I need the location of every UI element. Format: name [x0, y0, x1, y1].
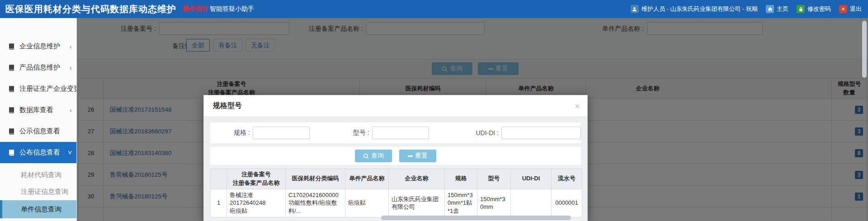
- vertical-scrollbar-thumb[interactable]: [862, 21, 867, 78]
- col-udi-di: UDI-DI: [511, 169, 552, 189]
- logout-x-icon: ✕: [839, 5, 847, 13]
- dialog-reset-button[interactable]: 重置: [399, 150, 436, 162]
- udi-di-label: UDI-DI :: [447, 129, 499, 136]
- chevron-left-icon: ‹: [70, 42, 72, 50]
- minus-icon: [408, 155, 413, 157]
- dialog-title: 规格型号: [213, 101, 242, 111]
- lock-icon: [797, 5, 805, 13]
- dialog-header: 规格型号 ×: [204, 95, 587, 117]
- app-title: 医保医用耗材分类与代码数据库动态维护: [5, 3, 176, 15]
- book-icon: [8, 86, 15, 92]
- book-icon: [8, 128, 15, 135]
- sidebar-item-label: 公布信息查看: [19, 148, 60, 157]
- col-spec: 规格: [445, 169, 477, 189]
- user-info-text: 维护人员 - 山东朱氏药业集团有限公司 - 祝顺: [642, 5, 758, 13]
- chevron-left-icon: ‹: [70, 106, 72, 114]
- company-name-cell: 山东朱氏药业集团有限公司: [389, 189, 445, 217]
- sidebar-item-published-info-view[interactable]: 公布信息查看 ˅: [0, 142, 76, 163]
- top-header-bar: 医保医用耗材分类与代码数据库动态维护 操作指引 智能答疑小助手 维护人员 - 山…: [0, 0, 868, 18]
- logout-button[interactable]: ✕ 退出: [839, 5, 862, 13]
- spec-input[interactable]: [253, 127, 310, 139]
- submenu-item-registration-info-query[interactable]: 注册证信息查询: [0, 183, 76, 200]
- dialog-search-form: 规格 : 型号 : UDI-DI :: [210, 122, 581, 143]
- book-icon: [8, 107, 15, 113]
- class-code-desc: 功能性敷料/疤痕敷料/...: [288, 199, 342, 215]
- submenu-item-single-item-query[interactable]: 单件信息查询: [0, 200, 76, 218]
- spec-model-dialog: 规格型号 × 规格 : 型号 : UDI-DI : 查询 重置: [203, 95, 588, 221]
- model-input[interactable]: [372, 127, 429, 139]
- horizontal-scrollbar-thumb[interactable]: [381, 216, 571, 220]
- dialog-body: 规格 : 型号 : UDI-DI : 查询 重置: [204, 117, 587, 221]
- dialog-table: 注册备案号 注册备案产品名称 医保耗材分类编码 单件产品名称 企业名称 规格 型…: [210, 169, 582, 217]
- sidebar-item-product-info[interactable]: 产品信息维护 ‹: [0, 57, 76, 78]
- operation-guide-link[interactable]: 操作指引: [183, 5, 208, 13]
- reg-number-text: 鲁械注准20172640248: [230, 191, 283, 207]
- sidebar-item-registration-change[interactable]: 注册证生产企业变更: [0, 78, 76, 99]
- change-password-button[interactable]: 修改密码: [797, 5, 831, 13]
- search-icon: [363, 153, 369, 159]
- col-reg-number: 注册备案号 注册备案产品名称: [227, 169, 286, 189]
- sidebar-item-label: 数据库查看: [19, 106, 53, 114]
- dialog-table-header-row: 注册备案号 注册备案产品名称 医保耗材分类编码 单件产品名称 企业名称 规格 型…: [211, 169, 582, 189]
- change-password-label: 修改密码: [807, 5, 831, 13]
- logout-label: 退出: [850, 5, 862, 13]
- close-icon[interactable]: ×: [575, 102, 580, 111]
- reg-name-text: 疤痕贴: [230, 207, 283, 215]
- chevron-down-icon: ˅: [68, 149, 72, 156]
- spec-label: 规格 :: [210, 129, 250, 137]
- sidebar-submenu: 耗材代码查询 注册证信息查询 单件信息查询: [0, 163, 76, 218]
- udi-di-cell: [511, 189, 552, 217]
- book-icon: [8, 43, 15, 50]
- col-row-number: [211, 169, 227, 189]
- dialog-table-row: 1 鲁械注准20172640248 疤痕贴 C17020421600000 功能…: [211, 189, 582, 217]
- sidebar-item-label: 注册证生产企业变更: [19, 85, 76, 93]
- serial-cell: 0000001: [552, 189, 582, 217]
- dialog-reset-label: 重置: [415, 152, 428, 160]
- col-company-name: 企业名称: [389, 169, 445, 189]
- sidebar: 企业信息维护 ‹ 产品信息维护 ‹ 注册证生产企业变更 数据库查看 ‹ 公示信息…: [0, 18, 77, 221]
- sidebar-item-public-notice-view[interactable]: 公示信息查看: [0, 121, 76, 142]
- sidebar-item-database-view[interactable]: 数据库查看 ‹: [0, 99, 76, 121]
- home-label: 主页: [777, 5, 788, 13]
- book-icon: [8, 65, 15, 71]
- col-serial: 流水号: [552, 169, 582, 189]
- col-class-code: 医保耗材分类编码: [286, 169, 345, 189]
- sidebar-item-enterprise-info[interactable]: 企业信息维护 ‹: [0, 36, 76, 57]
- dialog-query-button[interactable]: 查询: [355, 150, 392, 162]
- sidebar-item-label: 产品信息维护: [19, 63, 60, 72]
- spec-cell: 150mm*30mm*1贴*1盒: [445, 189, 477, 217]
- submenu-item-consumable-code-query[interactable]: 耗材代码查询: [0, 167, 76, 183]
- chevron-left-icon: ‹: [70, 64, 72, 71]
- user-icon: [631, 5, 639, 13]
- col-model: 型号: [477, 169, 511, 189]
- app-window: 医保医用耗材分类与代码数据库动态维护 操作指引 智能答疑小助手 维护人员 - 山…: [0, 0, 868, 221]
- dialog-query-label: 查询: [371, 152, 384, 160]
- home-icon: [766, 5, 774, 13]
- sidebar-item-label: 公示信息查看: [19, 127, 60, 136]
- product-name-cell: 疤痕贴: [345, 189, 389, 217]
- book-icon: [8, 150, 15, 156]
- udi-di-input[interactable]: [501, 127, 581, 139]
- model-cell: 150mm*30mm: [477, 189, 511, 217]
- dialog-button-row: 查询 重置: [210, 147, 581, 165]
- user-info: 维护人员 - 山东朱氏药业集团有限公司 - 祝顺: [631, 5, 758, 13]
- sidebar-item-label: 企业信息维护: [19, 42, 60, 51]
- home-button[interactable]: 主页: [766, 5, 788, 13]
- class-code-text: C17020421600000: [288, 191, 342, 199]
- col-product-name: 单件产品名称: [345, 169, 389, 189]
- smart-assistant-link[interactable]: 智能答疑小助手: [210, 5, 254, 13]
- model-label: 型号 :: [330, 129, 369, 137]
